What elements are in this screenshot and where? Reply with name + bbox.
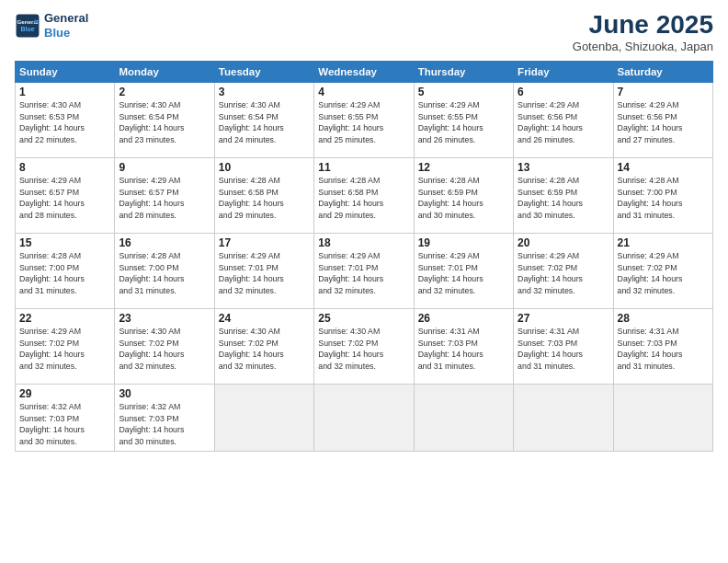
- table-row: 28Sunrise: 4:31 AM Sunset: 7:03 PM Dayli…: [613, 308, 712, 384]
- col-saturday: Saturday: [613, 61, 712, 82]
- table-row: 24Sunrise: 4:30 AM Sunset: 7:02 PM Dayli…: [214, 308, 313, 384]
- col-wednesday: Wednesday: [314, 61, 414, 82]
- day-info: Sunrise: 4:29 AM Sunset: 7:01 PM Dayligh…: [418, 250, 509, 297]
- location: Gotenba, Shizuoka, Japan: [573, 40, 713, 53]
- table-row: 20Sunrise: 4:29 AM Sunset: 7:02 PM Dayli…: [514, 233, 613, 308]
- table-row: 4Sunrise: 4:29 AM Sunset: 6:55 PM Daylig…: [314, 82, 414, 157]
- day-number: 11: [318, 161, 409, 174]
- table-row: 14Sunrise: 4:28 AM Sunset: 7:00 PM Dayli…: [613, 157, 712, 233]
- table-row: 18Sunrise: 4:29 AM Sunset: 7:01 PM Dayli…: [314, 233, 414, 308]
- day-info: Sunrise: 4:30 AM Sunset: 7:02 PM Dayligh…: [219, 326, 310, 373]
- table-row: 25Sunrise: 4:30 AM Sunset: 7:02 PM Dayli…: [314, 308, 414, 384]
- calendar: Sunday Monday Tuesday Wednesday Thursday…: [15, 61, 713, 452]
- logo: General Blue General Blue: [15, 11, 88, 40]
- table-row: 3Sunrise: 4:30 AM Sunset: 6:54 PM Daylig…: [214, 82, 313, 157]
- day-number: 4: [318, 86, 409, 98]
- table-row: 16Sunrise: 4:28 AM Sunset: 7:00 PM Dayli…: [115, 233, 214, 308]
- day-number: 6: [518, 86, 609, 98]
- day-info: Sunrise: 4:31 AM Sunset: 7:03 PM Dayligh…: [418, 326, 509, 373]
- table-row: 1Sunrise: 4:30 AM Sunset: 6:53 PM Daylig…: [16, 82, 115, 157]
- header: General Blue General Blue June 2025 Gote…: [15, 11, 713, 53]
- table-row: 26Sunrise: 4:31 AM Sunset: 7:03 PM Dayli…: [414, 308, 513, 384]
- day-info: Sunrise: 4:30 AM Sunset: 7:02 PM Dayligh…: [318, 326, 409, 373]
- day-number: 10: [219, 161, 310, 174]
- table-row: 5Sunrise: 4:29 AM Sunset: 6:55 PM Daylig…: [414, 82, 513, 157]
- day-number: 29: [19, 387, 110, 400]
- day-info: Sunrise: 4:29 AM Sunset: 7:02 PM Dayligh…: [618, 250, 709, 297]
- calendar-week-row: 8Sunrise: 4:29 AM Sunset: 6:57 PM Daylig…: [16, 157, 713, 233]
- day-number: 21: [618, 236, 709, 249]
- day-info: Sunrise: 4:32 AM Sunset: 7:03 PM Dayligh…: [119, 401, 210, 448]
- month-title: June 2025: [573, 11, 713, 40]
- table-row: [214, 384, 313, 451]
- table-row: 27Sunrise: 4:31 AM Sunset: 7:03 PM Dayli…: [514, 308, 613, 384]
- col-monday: Monday: [115, 61, 214, 82]
- calendar-week-row: 15Sunrise: 4:28 AM Sunset: 7:00 PM Dayli…: [16, 233, 713, 308]
- day-number: 2: [119, 86, 210, 98]
- table-row: 12Sunrise: 4:28 AM Sunset: 6:59 PM Dayli…: [414, 157, 513, 233]
- day-info: Sunrise: 4:30 AM Sunset: 6:54 PM Dayligh…: [119, 99, 210, 146]
- day-number: 20: [518, 236, 609, 249]
- day-number: 16: [119, 236, 210, 249]
- day-info: Sunrise: 4:28 AM Sunset: 6:59 PM Dayligh…: [518, 175, 609, 222]
- table-row: [414, 384, 513, 451]
- day-number: 26: [418, 312, 509, 325]
- logo-line1: General: [44, 11, 88, 26]
- day-info: Sunrise: 4:28 AM Sunset: 7:00 PM Dayligh…: [119, 250, 210, 297]
- day-number: 19: [418, 236, 509, 249]
- table-row: 11Sunrise: 4:28 AM Sunset: 6:58 PM Dayli…: [314, 157, 414, 233]
- day-info: Sunrise: 4:28 AM Sunset: 7:00 PM Dayligh…: [618, 175, 709, 222]
- day-info: Sunrise: 4:29 AM Sunset: 7:01 PM Dayligh…: [219, 250, 310, 297]
- day-info: Sunrise: 4:30 AM Sunset: 7:02 PM Dayligh…: [119, 326, 210, 373]
- day-info: Sunrise: 4:30 AM Sunset: 6:54 PM Dayligh…: [219, 99, 310, 146]
- day-info: Sunrise: 4:29 AM Sunset: 6:55 PM Dayligh…: [418, 99, 509, 146]
- table-row: 23Sunrise: 4:30 AM Sunset: 7:02 PM Dayli…: [115, 308, 214, 384]
- day-info: Sunrise: 4:29 AM Sunset: 6:57 PM Dayligh…: [19, 175, 110, 222]
- table-row: 13Sunrise: 4:28 AM Sunset: 6:59 PM Dayli…: [514, 157, 613, 233]
- table-row: 29Sunrise: 4:32 AM Sunset: 7:03 PM Dayli…: [16, 384, 115, 451]
- table-row: 30Sunrise: 4:32 AM Sunset: 7:03 PM Dayli…: [115, 384, 214, 451]
- calendar-week-row: 29Sunrise: 4:32 AM Sunset: 7:03 PM Dayli…: [16, 384, 713, 451]
- table-row: 15Sunrise: 4:28 AM Sunset: 7:00 PM Dayli…: [16, 233, 115, 308]
- day-number: 15: [19, 236, 110, 249]
- day-info: Sunrise: 4:31 AM Sunset: 7:03 PM Dayligh…: [518, 326, 609, 373]
- calendar-header-row: Sunday Monday Tuesday Wednesday Thursday…: [16, 61, 713, 82]
- day-number: 3: [219, 86, 310, 98]
- table-row: 8Sunrise: 4:29 AM Sunset: 6:57 PM Daylig…: [16, 157, 115, 233]
- calendar-week-row: 1Sunrise: 4:30 AM Sunset: 6:53 PM Daylig…: [16, 82, 713, 157]
- day-number: 22: [19, 312, 110, 325]
- day-number: 12: [418, 161, 509, 174]
- table-row: 22Sunrise: 4:29 AM Sunset: 7:02 PM Dayli…: [16, 308, 115, 384]
- table-row: [514, 384, 613, 451]
- day-info: Sunrise: 4:29 AM Sunset: 6:57 PM Dayligh…: [119, 175, 210, 222]
- day-info: Sunrise: 4:29 AM Sunset: 6:56 PM Dayligh…: [618, 99, 709, 146]
- col-friday: Friday: [514, 61, 613, 82]
- day-number: 13: [518, 161, 609, 174]
- col-sunday: Sunday: [16, 61, 115, 82]
- table-row: 17Sunrise: 4:29 AM Sunset: 7:01 PM Dayli…: [214, 233, 313, 308]
- day-info: Sunrise: 4:29 AM Sunset: 6:56 PM Dayligh…: [518, 99, 609, 146]
- day-info: Sunrise: 4:29 AM Sunset: 7:01 PM Dayligh…: [318, 250, 409, 297]
- col-tuesday: Tuesday: [214, 61, 313, 82]
- table-row: 21Sunrise: 4:29 AM Sunset: 7:02 PM Dayli…: [613, 233, 712, 308]
- day-number: 25: [318, 312, 409, 325]
- day-number: 23: [119, 312, 210, 325]
- day-number: 1: [19, 86, 110, 98]
- day-info: Sunrise: 4:32 AM Sunset: 7:03 PM Dayligh…: [19, 401, 110, 448]
- svg-text:Blue: Blue: [20, 26, 34, 32]
- day-number: 28: [618, 312, 709, 325]
- day-info: Sunrise: 4:28 AM Sunset: 7:00 PM Dayligh…: [19, 250, 110, 297]
- day-info: Sunrise: 4:28 AM Sunset: 6:59 PM Dayligh…: [418, 175, 509, 222]
- day-info: Sunrise: 4:29 AM Sunset: 6:55 PM Dayligh…: [318, 99, 409, 146]
- day-number: 14: [618, 161, 709, 174]
- col-thursday: Thursday: [414, 61, 513, 82]
- day-info: Sunrise: 4:30 AM Sunset: 6:53 PM Dayligh…: [19, 99, 110, 146]
- table-row: [314, 384, 414, 451]
- logo-text: General Blue: [44, 11, 88, 40]
- day-number: 27: [518, 312, 609, 325]
- logo-icon: General Blue: [15, 13, 40, 39]
- day-number: 30: [119, 387, 210, 400]
- calendar-week-row: 22Sunrise: 4:29 AM Sunset: 7:02 PM Dayli…: [16, 308, 713, 384]
- table-row: 10Sunrise: 4:28 AM Sunset: 6:58 PM Dayli…: [214, 157, 313, 233]
- day-number: 5: [418, 86, 509, 98]
